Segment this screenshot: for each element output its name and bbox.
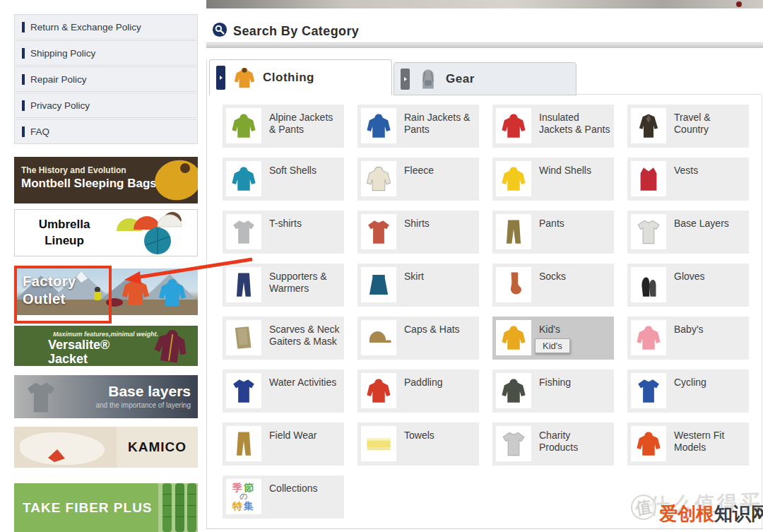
banner-kamico[interactable]: KAMICO	[14, 427, 198, 468]
category-thumbnail-icon	[361, 426, 396, 461]
category-card-scarves-neck-gaiters-mask[interactable]: Scarves & Neck Gaiters & Mask	[223, 317, 344, 360]
category-card-insulated-jackets-pants[interactable]: Insulated Jackets & Pants	[492, 105, 614, 148]
tab-gear[interactable]: Gear	[394, 62, 576, 95]
category-card-cycling[interactable]: Cycling	[627, 370, 749, 413]
category-card-paddling[interactable]: Paddling	[357, 370, 479, 413]
sidebar-policy-link[interactable]: Return & Exchange Policy	[14, 14, 198, 40]
category-card-wind-shells[interactable]: Wind Shells	[492, 158, 614, 201]
category-thumbnail-icon	[631, 320, 666, 355]
banner-text: Umbrella Lineup	[15, 217, 114, 249]
category-label: Alpine Jackets & Pants	[269, 108, 341, 144]
category-thumbnail-icon	[496, 267, 531, 302]
category-card-soft-shells[interactable]: Soft Shells	[223, 158, 344, 201]
bamboo-image	[158, 483, 198, 532]
shirt-image	[21, 378, 61, 418]
category-label: Towels	[404, 426, 434, 462]
jacket-image	[146, 326, 196, 366]
sleeping-bag-image	[143, 158, 198, 203]
category-card-water-activities[interactable]: Water Activities	[223, 370, 344, 413]
page-title: Search By Category	[233, 24, 359, 39]
category-card-collections[interactable]: 季節 の 特集 Collections	[223, 475, 344, 519]
category-label: Fishing	[539, 373, 571, 409]
sidebar-policy-link[interactable]: Repair Policy	[14, 66, 198, 92]
category-thumbnail-icon	[496, 373, 531, 408]
origami-crane-image	[48, 449, 66, 466]
banner-versalite-jacket[interactable]: Maximum features,minimal weight. Versali…	[14, 326, 198, 366]
category-thumbnail-icon	[361, 320, 396, 355]
category-card-field-wear[interactable]: Field Wear	[223, 422, 344, 466]
banner-subtitle: and the importance of layering	[95, 401, 191, 409]
category-label: Collections	[269, 479, 317, 515]
tab-row-border	[576, 94, 762, 95]
tab-marker-icon	[401, 69, 410, 90]
category-thumbnail-icon	[631, 214, 666, 249]
category-label: Scarves & Neck Gaiters & Mask	[269, 320, 341, 356]
banner-take-fiber-plus[interactable]: TAKE FIBER PLUS	[14, 483, 198, 532]
banner-title: Base layers	[108, 383, 191, 400]
category-thumbnail-icon	[226, 373, 261, 408]
content-border-bottom	[206, 528, 763, 529]
category-label: Cycling	[674, 373, 706, 409]
top-image-strip	[206, 0, 763, 8]
content-border-right	[762, 95, 762, 528]
banner-line1: The History and Evolution	[21, 165, 126, 175]
tab-label: Gear	[446, 72, 475, 86]
category-card-fleece[interactable]: Fleece	[357, 158, 479, 201]
category-card-vests[interactable]: Vests	[627, 158, 749, 201]
clothing-jacket-icon	[232, 65, 257, 90]
tab-clothing[interactable]: Clothing	[209, 59, 392, 95]
category-card-caps-hats[interactable]: Caps & Hats	[357, 317, 479, 360]
category-card-skirt[interactable]: Skirt	[357, 264, 479, 307]
highlight-box-factory-outlet	[14, 266, 112, 324]
category-card-gloves[interactable]: Gloves	[627, 264, 749, 307]
category-label: Water Activities	[269, 373, 336, 409]
category-card-base-layers[interactable]: Base Layers	[627, 211, 749, 254]
category-thumbnail-icon	[226, 267, 261, 302]
category-card-rain-jackets-pants[interactable]: Rain Jackets & Pants	[357, 105, 479, 148]
sidebar-policy-link[interactable]: FAQ	[14, 119, 198, 144]
category-card-charity-products[interactable]: Charity Products	[492, 422, 614, 466]
category-label: Travel & Country	[674, 108, 745, 144]
banner-line2: Montbell Sleeping Bags	[21, 177, 157, 191]
tab-label: Clothing	[263, 71, 314, 85]
search-category-icon	[212, 22, 227, 40]
category-card-t-shirts[interactable]: T-shirts	[223, 211, 344, 254]
menu-bullet-icon	[22, 74, 25, 85]
sidebar-policy-link[interactable]: Privacy Policy	[14, 93, 198, 118]
category-label: Gloves	[674, 267, 705, 303]
category-label: Socks	[539, 267, 566, 303]
category-label: Base Layers	[674, 214, 729, 250]
category-thumbnail-icon	[631, 267, 666, 302]
category-card-alpine-jackets-pants[interactable]: Alpine Jackets & Pants	[223, 105, 344, 148]
category-thumbnail-icon	[631, 426, 666, 461]
sidebar-policy-link[interactable]: Shipping Policy	[14, 40, 198, 66]
category-label: Fleece	[404, 161, 434, 197]
category-card-towels[interactable]: Towels	[357, 422, 479, 466]
category-thumbnail-icon	[361, 161, 396, 196]
banner-umbrella-lineup[interactable]: Umbrella Lineup	[14, 209, 198, 256]
menu-bullet-icon	[22, 126, 25, 137]
menu-bullet-icon	[22, 100, 25, 111]
banner-sleeping-bags[interactable]: The History and Evolution Montbell Sleep…	[14, 157, 198, 203]
category-label: Supporters & Warmers	[269, 267, 341, 303]
category-thumbnail-icon	[496, 426, 531, 461]
menu-label: Privacy Policy	[30, 100, 90, 111]
category-card-western-fit-models[interactable]: Western Fit Models	[627, 422, 749, 466]
category-card-socks[interactable]: Socks	[492, 264, 614, 307]
category-card-pants[interactable]: Pants	[492, 211, 614, 254]
category-label: Caps & Hats	[404, 320, 460, 356]
category-card-fishing[interactable]: Fishing	[492, 370, 614, 413]
fabric-image	[14, 427, 117, 468]
category-card-baby-s[interactable]: Baby's	[627, 317, 749, 360]
category-card-shirts[interactable]: Shirts	[357, 211, 479, 254]
umbrellas-image	[114, 210, 197, 256]
category-label: Charity Products	[539, 426, 610, 462]
category-card-travel-country[interactable]: Travel & Country	[627, 105, 749, 148]
category-label: Rain Jackets & Pants	[404, 108, 475, 144]
banner-base-layers[interactable]: Base layers and the importance of layeri…	[14, 375, 198, 418]
category-thumbnail-icon	[226, 161, 261, 196]
category-card-supporters-warmers[interactable]: Supporters & Warmers	[223, 264, 344, 307]
tab-marker-icon	[216, 66, 225, 90]
menu-label: Repair Policy	[30, 74, 87, 85]
category-card-kid-s[interactable]: Kid's Kid's	[492, 317, 614, 360]
